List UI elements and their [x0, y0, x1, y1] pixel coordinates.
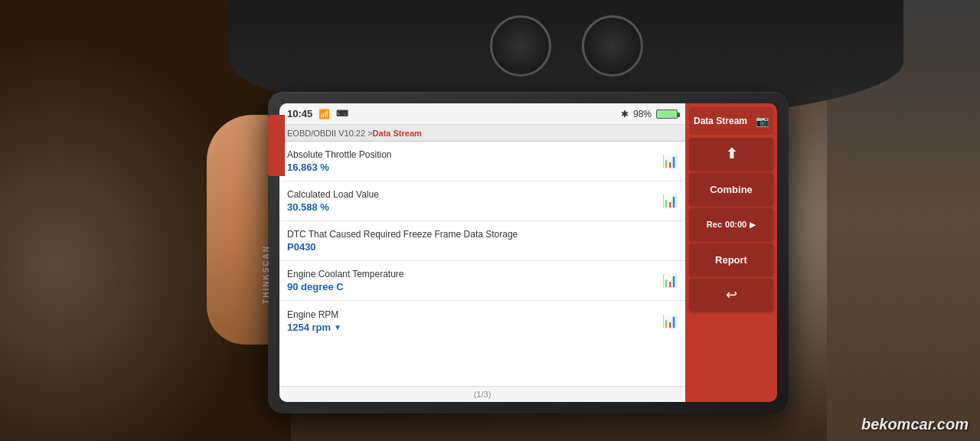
- list-item[interactable]: Calculated Load Value 30.588 % 📊: [279, 181, 685, 221]
- data-item-load: Calculated Load Value 30.588 %: [287, 189, 662, 213]
- chart-icon: 📊: [662, 154, 678, 168]
- record-button[interactable]: Rec 00:00 ▶: [689, 208, 773, 240]
- device-outer-frame: THINKSCAN 10:45 📶 ⌨ ✱ 98%: [268, 92, 789, 413]
- gauge-left: [490, 15, 551, 77]
- data-item-throttle: Absolute Throttle Position 16.863 %: [287, 149, 662, 173]
- battery-percent: 98%: [633, 109, 652, 119]
- chart-icon: 📊: [662, 194, 678, 208]
- list-item[interactable]: Engine RPM 1254 rpm ▼ 📊: [279, 301, 685, 341]
- pagination-label: (1/3): [474, 390, 492, 399]
- data-item-rpm: Engine RPM 1254 rpm ▼: [287, 309, 662, 333]
- combine-button[interactable]: Combine: [689, 173, 773, 205]
- data-item-name: Engine RPM: [287, 309, 662, 320]
- breadcrumb-path: EOBD/OBDII V10.22 >: [287, 129, 373, 138]
- device-inner: 10:45 📶 ⌨ ✱ 98% EOBD/OBDII V10.22 > Data…: [279, 103, 777, 402]
- data-item-name: DTC That Caused Required Freeze Frame Da…: [287, 229, 678, 240]
- breadcrumb-current: Data Stream: [373, 129, 422, 138]
- dropdown-arrow-icon[interactable]: ▼: [334, 323, 341, 332]
- gauge-right: [582, 15, 643, 77]
- pagination: (1/3): [279, 386, 685, 402]
- obd-device: THINKSCAN 10:45 📶 ⌨ ✱ 98%: [268, 92, 789, 413]
- export-button[interactable]: ⬆: [689, 138, 773, 170]
- panel-title: Data Stream: [694, 116, 747, 126]
- list-item[interactable]: DTC That Caused Required Freeze Frame Da…: [279, 221, 685, 261]
- status-right: ✱ 98%: [621, 109, 678, 119]
- data-item-value: 16.863 %: [287, 162, 662, 173]
- data-item-value: 90 degree C: [287, 281, 662, 292]
- record-time: 00:00: [725, 220, 746, 229]
- back-icon: ↩: [726, 286, 737, 303]
- watermark: bekomcar.com: [861, 416, 969, 433]
- data-item-value: 30.588 %: [287, 201, 662, 213]
- chart-icon: 📊: [662, 314, 678, 328]
- status-left: 10:45 📶 ⌨: [287, 108, 348, 119]
- data-item-coolant: Engine Coolant Temperature 90 degree C: [287, 269, 662, 292]
- panel-header: Data Stream 📷: [689, 107, 773, 135]
- thinkscan-label: THINKSCAN: [262, 245, 270, 304]
- time-display: 10:45: [287, 108, 312, 119]
- list-item[interactable]: Absolute Throttle Position 16.863 % 📊: [279, 142, 685, 181]
- data-item-value: P0430: [287, 241, 678, 253]
- device-red-accent: [268, 115, 285, 176]
- gauge-cluster: [490, 15, 643, 77]
- data-item-dtc: DTC That Caused Required Freeze Frame Da…: [287, 229, 678, 253]
- usb-icon: ⌨: [336, 109, 348, 119]
- record-label: Rec: [707, 220, 722, 229]
- chart-icon: 📊: [662, 273, 678, 288]
- device-screen: 10:45 📶 ⌨ ✱ 98% EOBD/OBDII V10.22 > Data…: [279, 103, 685, 402]
- camera-icon: 📷: [756, 115, 769, 127]
- breadcrumb: EOBD/OBDII V10.22 > Data Stream: [279, 125, 685, 142]
- data-stream-list: Absolute Throttle Position 16.863 % 📊 Ca…: [279, 142, 685, 386]
- play-icon: ▶: [750, 220, 756, 229]
- right-panel: Data Stream 📷 ⬆ Combine Rec 00:00 ▶ Repo…: [685, 103, 777, 402]
- report-button[interactable]: Report: [689, 243, 773, 276]
- export-icon: ⬆: [726, 145, 737, 162]
- data-item-name: Calculated Load Value: [287, 189, 662, 200]
- battery-icon: [656, 109, 678, 119]
- list-item[interactable]: Engine Coolant Temperature 90 degree C 📊: [279, 261, 685, 301]
- data-item-name: Engine Coolant Temperature: [287, 269, 662, 279]
- status-bar: 10:45 📶 ⌨ ✱ 98%: [279, 103, 685, 125]
- back-button[interactable]: ↩: [689, 279, 773, 311]
- data-item-name: Absolute Throttle Position: [287, 149, 662, 160]
- data-item-value: 1254 rpm ▼: [287, 322, 662, 333]
- wifi-icon: 📶: [318, 109, 330, 119]
- bluetooth-icon: ✱: [621, 109, 629, 119]
